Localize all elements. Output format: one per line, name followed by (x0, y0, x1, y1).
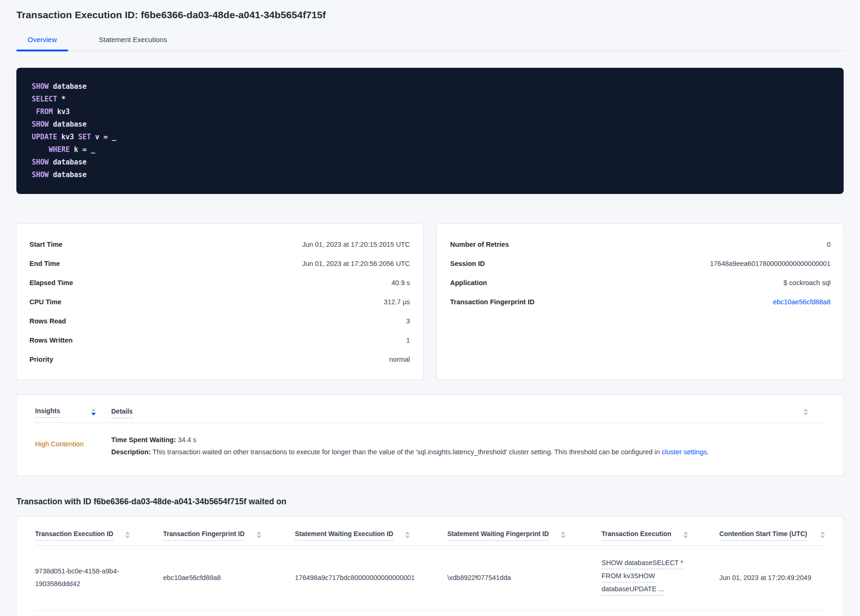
kv-label: End Time (29, 260, 60, 267)
tab-bar: Overview Statement Executions (16, 32, 844, 51)
sort-icon[interactable] (561, 531, 566, 538)
kv-label: CPU Time (29, 298, 61, 306)
sort-icon[interactable] (257, 531, 261, 538)
transaction-fingerprint-id-link[interactable]: ebc10ae56cfd88a8 (773, 298, 831, 306)
column-header-transaction-execution: Transaction Execution (602, 530, 719, 541)
kv-row-start-time: Start Time Jun 01, 2023 at 17:20:15:2015… (29, 235, 410, 254)
column-header-label[interactable]: Transaction Execution (602, 530, 671, 541)
waited-on-heading: Transaction with ID f6be6366-da03-48de-a… (16, 497, 844, 507)
insight-details: Time Spent Waiting: 34.4 s Description: … (111, 434, 825, 458)
kv-label: Elapsed Time (29, 279, 73, 287)
kv-label: Priority (29, 356, 53, 363)
kv-value: 17648a9eea6017800000000000000001 (710, 260, 831, 267)
kv-row-rows-read: Rows Read 3 (29, 311, 410, 330)
cell-statement-waiting-execution-id: 176498a9c717bdc80000000000000001 (295, 574, 447, 581)
transaction-execution-link[interactable]: SHOW databaseSELECT * FROM kv3SHOW datab… (602, 558, 683, 597)
transaction-fingerprint-id-value: ebc10ae56cfd88a8 (163, 574, 221, 581)
description-text: This transaction waited on other transac… (151, 448, 662, 456)
sort-icon[interactable] (125, 531, 130, 538)
description-line: Description: This transaction waited on … (111, 446, 825, 458)
transaction-execution-id-value: 9738d051-bc0e-4158-a9b4-1903586ddd42 (35, 565, 138, 590)
column-header-transaction-fingerprint-id: Transaction Fingerprint ID (163, 530, 295, 541)
cell-contention-start-time: Jun 01, 2023 at 17:20:49:2049 (719, 574, 825, 581)
page-title: Transaction Execution ID: f6be6366-da03-… (16, 9, 844, 21)
execution-times-card: Start Time Jun 01, 2023 at 17:20:15:2015… (16, 224, 423, 380)
insight-type-label: High Contention (35, 434, 111, 458)
kv-label: Session ID (450, 260, 485, 267)
kv-label: Rows Written (29, 337, 72, 344)
insights-card: Insights Details High Contention Time Sp… (16, 395, 844, 475)
kv-label: Start Time (29, 241, 63, 248)
sort-desc-icon[interactable] (91, 408, 96, 415)
kv-value: 1 (406, 337, 410, 344)
kv-row-priority: Priority normal (29, 350, 410, 369)
kv-value: normal (389, 356, 410, 363)
description-period: . (707, 448, 709, 456)
cluster-settings-link[interactable]: cluster settings (662, 448, 707, 456)
time-spent-waiting-label: Time Spent Waiting: (111, 436, 176, 444)
details-header-label[interactable]: Details (111, 408, 133, 418)
kv-row-retries: Number of Retries 0 (450, 235, 831, 254)
kv-label: Transaction Fingerprint ID (450, 298, 534, 306)
transaction-execution-line[interactable]: SHOW databaseSELECT * (602, 558, 683, 569)
kv-row-transaction-fingerprint-id: Transaction Fingerprint ID ebc10ae56cfd8… (450, 292, 831, 311)
time-spent-waiting-value: 34.4 s (176, 436, 197, 444)
kv-row-end-time: End Time Jun 01, 2023 at 17:20:56:2056 U… (29, 254, 410, 273)
statement-waiting-execution-id-value: 176498a9c717bdc80000000000000001 (295, 574, 415, 581)
description-label: Description: (111, 448, 151, 456)
waited-table-row: 9738d051-bc0e-4158-a9b4-1903586ddd42 ebc… (35, 546, 825, 611)
summary-cards-row: Start Time Jun 01, 2023 at 17:20:15:2015… (16, 224, 844, 380)
sort-icon[interactable] (683, 531, 688, 538)
transaction-execution-line[interactable]: FROM kv3SHOW (602, 571, 655, 582)
kv-row-cpu-time: CPU Time 312.7 µs (29, 292, 410, 311)
kv-value: 0 (827, 241, 831, 248)
transaction-execution-line[interactable]: databaseUPDATE ... (602, 584, 664, 595)
column-header-label[interactable]: Transaction Fingerprint ID (163, 530, 244, 541)
contention-start-time-value: Jun 01, 2023 at 17:20:49:2049 (719, 574, 811, 581)
kv-row-session-id: Session ID 17648a9eea6017800000000000000… (450, 254, 831, 273)
kv-value: $ cockroach sql (783, 279, 831, 287)
column-header-statement-waiting-fingerprint-id: Statement Waiting Fingerprint ID (447, 530, 602, 541)
execution-meta-card: Number of Retries 0 Session ID 17648a9ee… (437, 224, 844, 380)
time-spent-waiting-line: Time Spent Waiting: 34.4 s (111, 434, 825, 446)
sort-icon[interactable] (405, 531, 410, 538)
statement-waiting-fingerprint-id-value: \xdb8922f077541dda (447, 574, 511, 581)
cell-transaction-execution-id: 9738d051-bc0e-4158-a9b4-1903586ddd42 (35, 565, 163, 590)
tab-statement-executions[interactable]: Statement Executions (88, 32, 179, 50)
kv-value: 312.7 µs (384, 298, 410, 306)
kv-value: 40.9 s (392, 279, 410, 287)
insights-header-label[interactable]: Insights (35, 407, 60, 418)
sql-statements-box: SHOW databaseSELECT * FROM kv3SHOW datab… (16, 68, 844, 194)
kv-row-elapsed-time: Elapsed Time 40.9 s (29, 273, 410, 292)
kv-label: Application (450, 279, 487, 287)
waited-table-header: Transaction Execution ID Transaction Fin… (35, 530, 825, 546)
insight-row: High Contention Time Spent Waiting: 34.4… (35, 423, 825, 458)
kv-label: Number of Retries (450, 241, 509, 248)
tab-overview[interactable]: Overview (16, 32, 68, 50)
kv-row-rows-written: Rows Written 1 (29, 330, 410, 350)
kv-value: Jun 01, 2023 at 17:20:15:2015 UTC (302, 241, 410, 248)
cell-transaction-execution: SHOW databaseSELECT * FROM kv3SHOW datab… (602, 558, 719, 597)
transaction-details-page: Transaction Execution ID: f6be6366-da03-… (0, 0, 860, 616)
column-header-label[interactable]: Transaction Execution ID (35, 530, 113, 541)
insights-column-header: Insights (35, 407, 96, 418)
kv-value: Jun 01, 2023 at 17:20:56:2056 UTC (302, 260, 410, 267)
cell-statement-waiting-fingerprint-id: \xdb8922f077541dda (447, 574, 602, 581)
column-header-label[interactable]: Statement Waiting Execution ID (295, 530, 393, 541)
kv-row-application: Application $ cockroach sql (450, 273, 831, 292)
kv-value: 3 (406, 317, 410, 325)
column-header-contention-start-time: Contention Start Time (UTC) (719, 530, 825, 541)
sort-icon[interactable] (820, 531, 825, 538)
sort-icon[interactable] (803, 408, 808, 415)
kv-label: Rows Read (29, 317, 66, 325)
insights-table-header: Insights Details (35, 407, 825, 423)
column-header-label[interactable]: Statement Waiting Fingerprint ID (447, 530, 549, 541)
details-column-header: Details (111, 407, 133, 415)
column-header-transaction-execution-id: Transaction Execution ID (35, 530, 163, 541)
column-header-label[interactable]: Contention Start Time (UTC) (719, 530, 807, 541)
cell-transaction-fingerprint-id: ebc10ae56cfd88a8 (163, 574, 295, 581)
waited-on-table-card: Transaction Execution ID Transaction Fin… (16, 517, 844, 616)
column-header-statement-waiting-execution-id: Statement Waiting Execution ID (295, 530, 447, 541)
